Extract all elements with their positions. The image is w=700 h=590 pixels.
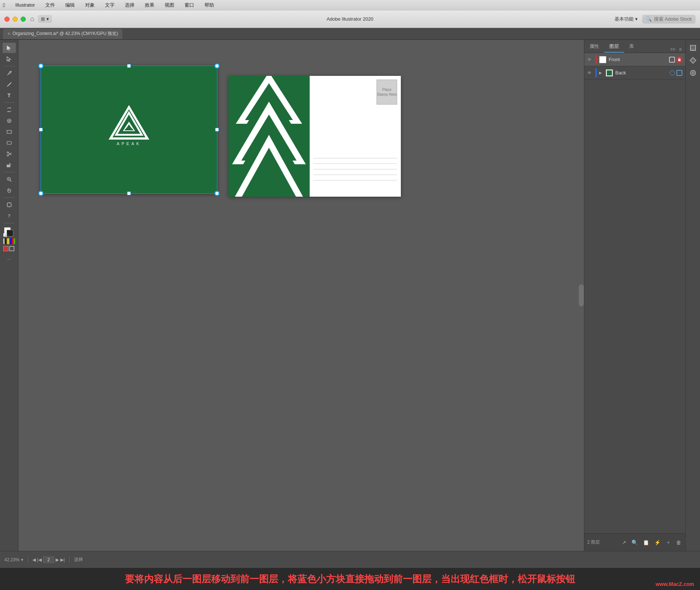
front-card[interactable]: APEAK (41, 66, 217, 194)
panel-toggle-2[interactable] (688, 55, 698, 66)
document-tab[interactable]: ✕ Organizing_Content.ai* @ 42.23% (CMYK/… (3, 29, 122, 39)
panel-collect-icon[interactable]: ⚡ (653, 538, 662, 547)
tool-more[interactable]: ... (7, 254, 11, 261)
svg-point-1 (7, 119, 11, 123)
tool-reflect[interactable] (3, 116, 16, 126)
svg-point-40 (692, 72, 694, 74)
fullscreen-button[interactable] (21, 17, 26, 22)
tab-close-icon[interactable]: ✕ (7, 32, 10, 36)
tool-eraser[interactable] (3, 160, 16, 170)
page-prev-icon[interactable]: ◀ (32, 557, 36, 562)
layer-front-lock[interactable] (676, 57, 682, 63)
layer-front-visibility[interactable]: 👁 (587, 57, 593, 62)
fill-stroke-toggle[interactable] (3, 246, 15, 252)
dot-tr[interactable] (214, 63, 220, 69)
tool-artboard[interactable] (3, 200, 16, 210)
svg-point-0 (10, 71, 11, 72)
tool-separator-1 (4, 66, 15, 66)
color-gradient[interactable] (3, 238, 15, 244)
menu-help[interactable]: 帮助 (202, 1, 216, 9)
minimize-button[interactable] (13, 17, 18, 22)
tool-hand[interactable] (3, 185, 16, 196)
layer-back-lock[interactable] (676, 70, 682, 76)
menu-file[interactable]: 文件 (43, 1, 57, 9)
tab-properties[interactable]: 属性 (584, 41, 604, 53)
panel-toggle-1[interactable] (688, 43, 698, 53)
artworks-container: APEAK (41, 58, 401, 197)
page-next-icon[interactable]: ▶ (56, 557, 59, 562)
last-page-icon[interactable]: ▶| (60, 557, 65, 562)
tool-question[interactable]: ? (3, 211, 16, 221)
tabbar: ✕ Organizing_Content.ai* @ 42.23% (CMYK/… (0, 28, 700, 40)
stamp-placeholder: Place Stamp Here (377, 80, 397, 105)
tool-select[interactable] (3, 43, 16, 53)
panel-delete-icon[interactable]: 🗑 (675, 538, 682, 547)
dot-bl[interactable] (38, 191, 43, 196)
workspace-icon2: ▾ (46, 16, 49, 22)
tab-library[interactable]: 库 (624, 41, 639, 53)
panel-menu-icon[interactable]: ≡ (678, 46, 682, 53)
tool-pen[interactable] (3, 68, 16, 78)
zoom-control[interactable]: 42.23% ▾ (4, 557, 23, 562)
svg-rect-3 (7, 130, 11, 133)
selection-label: 选择 (74, 556, 83, 563)
stock-search[interactable]: 🔍 搜索 Adobe Stock (642, 15, 696, 24)
color-swatches[interactable] (3, 226, 15, 237)
menu-select[interactable]: 选择 (123, 1, 137, 9)
tool-scissors[interactable] (3, 149, 16, 159)
panel-bottom: 2 图层 ↗ 🔍 📋 ⚡ ＋ 🗑 (584, 533, 685, 551)
panel-toggle-3[interactable] (688, 68, 698, 78)
tool-zoom[interactable] (3, 174, 16, 185)
workspace-label[interactable]: 基本功能 ▾ (615, 16, 638, 22)
tool-rectangle[interactable] (3, 127, 16, 137)
layer-back[interactable]: 👁 ▶ Back (584, 66, 685, 80)
tool-direct-select[interactable] (3, 54, 16, 64)
page-number-input[interactable] (43, 556, 54, 563)
app-title: Adobe Illustrator 2020 (326, 16, 373, 22)
menu-effect[interactable]: 效果 (143, 1, 157, 9)
layer-back-expand[interactable]: ▶ (599, 71, 603, 75)
first-page-icon[interactable]: |◀ (37, 557, 42, 562)
menu-object[interactable]: 对象 (83, 1, 97, 9)
panel-clip-icon[interactable]: 📋 (642, 538, 650, 547)
layer-back-visibility[interactable]: 👁 (587, 70, 593, 75)
scroll-indicator[interactable] (579, 284, 584, 306)
address-line-3 (314, 169, 397, 169)
tab-layers[interactable]: 图层 (604, 41, 624, 53)
dot-tl[interactable] (38, 63, 43, 69)
menu-text[interactable]: 文字 (103, 1, 117, 9)
tool-pencil[interactable] (3, 79, 16, 89)
handle-mr[interactable] (215, 128, 219, 131)
svg-rect-14 (7, 203, 11, 207)
panel-expand-icon[interactable]: >> (669, 46, 676, 53)
layer-back-target[interactable] (670, 70, 675, 75)
menu-edit[interactable]: 编辑 (63, 1, 77, 9)
layer-front[interactable]: 👁 Front (584, 53, 685, 66)
handle-bm[interactable] (127, 192, 131, 195)
panel-add-layer-icon[interactable]: ＋ (665, 538, 672, 547)
menu-window[interactable]: 窗口 (182, 1, 196, 9)
panel-tabs: 属性 图层 库 >> ≡ (584, 40, 685, 53)
handle-ml[interactable] (39, 128, 43, 131)
back-card-container: Place Stamp Here (228, 76, 401, 197)
workspace-switcher[interactable]: ⊞ ▾ (38, 15, 52, 23)
dot-br[interactable] (214, 191, 220, 196)
back-card[interactable]: Place Stamp Here (228, 76, 401, 197)
panel-search-icon[interactable]: 🔍 (630, 538, 639, 547)
address-lines (314, 158, 397, 186)
menu-view[interactable]: 视图 (162, 1, 176, 9)
tab-filename: Organizing_Content.ai* @ 42.23% (CMYK/GP… (13, 31, 118, 37)
panel-export-icon[interactable]: ↗ (621, 538, 627, 547)
handle-tm[interactable] (127, 64, 131, 68)
tool-rounded-rect[interactable] (3, 138, 16, 148)
tool-rotate[interactable] (3, 105, 16, 115)
address-line-2 (314, 164, 397, 164)
canvas-area[interactable]: APEAK (18, 40, 584, 551)
tool-type[interactable]: T (3, 90, 16, 101)
layer-front-target[interactable] (669, 57, 675, 63)
layer-count: 2 图层 (587, 539, 618, 545)
svg-marker-38 (692, 59, 694, 62)
titlebar: ⌂ ⊞ ▾ Adobe Illustrator 2020 基本功能 ▾ 🔍 搜索… (0, 10, 700, 28)
menu-illustrator[interactable]: Illustrator (13, 1, 37, 8)
close-button[interactable] (4, 17, 10, 22)
